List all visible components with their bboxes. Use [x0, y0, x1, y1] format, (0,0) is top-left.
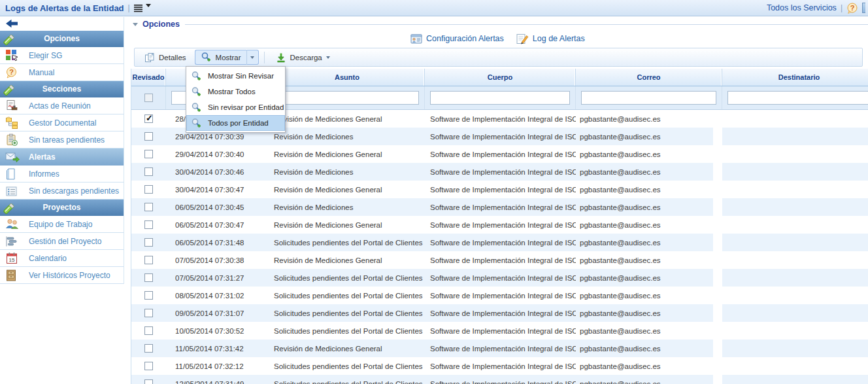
cell-cuerpo: Software de Implementación Integral de I…	[425, 216, 576, 234]
row-checkbox[interactable]	[144, 273, 153, 282]
menu-item-todos-por-entidad[interactable]: Todos por Entidad	[186, 115, 285, 131]
column-header-asunto[interactable]: Asunto	[270, 69, 425, 86]
cell-text: pgbastante@audisec.es	[580, 345, 661, 353]
filter-cuerpo-input[interactable]	[430, 91, 570, 105]
details-button[interactable]: Detalles	[139, 50, 192, 65]
row-checkbox[interactable]	[144, 291, 153, 300]
filter-destinatario-input[interactable]	[727, 91, 868, 105]
sidebar-item-alertas[interactable]: Alertas	[0, 148, 124, 166]
cell-asunto: Revisión de Mediciones General	[270, 216, 425, 234]
collapse-panel-icon[interactable]	[133, 23, 138, 26]
choose-sg-icon	[5, 49, 20, 61]
table-row[interactable]: 08/05/2014 07:31:02Solicitudes pendiente…	[131, 287, 868, 304]
sidebar-item-manual[interactable]: ?Manual	[0, 64, 124, 81]
table-row[interactable]: 07/05/2014 07:31:27Solicitudes pendiente…	[131, 269, 868, 287]
quick-link-configuraci-n-alertas[interactable]: Configuración Alertas	[410, 33, 504, 44]
filter-revisado-checkbox[interactable]	[144, 94, 153, 102]
menu-item-mostrar-todos[interactable]: Mostrar Todos	[186, 84, 285, 99]
row-checkbox[interactable]	[144, 114, 153, 123]
back-arrow-icon[interactable]	[5, 18, 18, 29]
table-row[interactable]: 06/05/2014 07:30:45Revisión de Medicione…	[131, 198, 868, 216]
column-header-revisado[interactable]: Revisado	[131, 69, 166, 86]
row-checkbox[interactable]	[144, 309, 153, 317]
table-row[interactable]: 11/05/2014 07:31:42Revisión de Medicione…	[131, 340, 868, 357]
download-button[interactable]: Descarga	[270, 50, 336, 65]
sidebar-item-gesti-n-del-proyecto[interactable]: Gestión del Proyecto	[0, 233, 124, 250]
sidebar-section-header-proyectos[interactable]: Proyectos	[0, 200, 124, 216]
row-checkbox[interactable]	[144, 238, 153, 247]
cell-asunto: Revisión de Mediciones	[270, 128, 425, 145]
sidebar-item-sin-tareas-pendientes[interactable]: Sin tareas pendientes	[0, 131, 124, 148]
options-panel-title: Opciones	[142, 20, 180, 29]
cell-correo: pgbastante@audisec.es	[576, 357, 713, 375]
table-row[interactable]: 11/05/2014 07:32:12Solicitudes pendiente…	[131, 357, 868, 375]
column-gap	[713, 322, 722, 340]
filter-cell-destinatario	[722, 86, 868, 109]
cell-asunto: Solicitudes pendientes del Portal de Cli…	[270, 304, 425, 322]
cell-correo: pgbastante@audisec.es	[576, 198, 713, 216]
menu-item-sin-revisar-por-entidad[interactable]: Sin revisar por Entidad	[186, 99, 285, 115]
row-checkbox[interactable]	[144, 256, 153, 264]
sidebar-section-header-secciones[interactable]: Secciones	[0, 81, 124, 97]
filter-correo-input[interactable]	[581, 91, 716, 105]
column-header-label: Asunto	[335, 73, 359, 81]
filter-asunto-input[interactable]	[275, 91, 419, 105]
table-row[interactable]: 06/05/2014 07:31:48Solicitudes pendiente…	[131, 234, 868, 251]
row-checkbox[interactable]	[144, 150, 153, 158]
cell-destinatario	[722, 287, 868, 304]
cell-destinatario	[722, 198, 868, 216]
cell-correo: pgbastante@audisec.es	[576, 269, 713, 287]
row-checkbox[interactable]	[144, 220, 153, 229]
sidebar-item-calendario[interactable]: 15Calendario	[0, 250, 124, 267]
alert-log-icon	[516, 33, 529, 45]
cell-destinatario	[722, 357, 868, 375]
column-header-correo[interactable]: Correo	[576, 69, 722, 86]
hamburger-caret-icon[interactable]	[146, 4, 151, 7]
row-checkbox[interactable]	[144, 362, 153, 370]
quick-link-log-de-alertas[interactable]: Log de Alertas	[516, 33, 585, 45]
sidebar-item-gestor-documental[interactable]: Gestor Documental	[0, 114, 124, 131]
sidebar-section-header-opciones[interactable]: Opciones	[0, 31, 124, 47]
sidebar-item-elegir-sg[interactable]: Elegir SG	[0, 47, 124, 64]
table-row[interactable]: 29/04/2014 07:30:40Revisión de Medicione…	[131, 145, 868, 163]
show-menu-arrow-button[interactable]	[247, 50, 259, 65]
cell-text: 12/05/2014 07:31:49	[175, 380, 244, 384]
table-row[interactable]: 30/04/2014 07:30:47Revisión de Medicione…	[131, 181, 868, 198]
grid-toolbar: Detalles Mostrar Descarga	[134, 48, 863, 67]
hamburger-menu-icon[interactable]	[134, 3, 144, 13]
sidebar-item-informes[interactable]: Informes	[0, 166, 124, 183]
cell-cuerpo: Software de Implementación Integral de I…	[425, 110, 576, 128]
show-button[interactable]: Mostrar	[195, 50, 247, 65]
column-header-destinatario[interactable]: Destinatario	[722, 69, 868, 86]
show-menu-item-icon	[191, 86, 202, 97]
sidebar-item-ver-hist-ricos-proyecto[interactable]: Ver Históricos Proyecto	[0, 267, 124, 284]
table-row[interactable]: 12/05/2014 07:31:49Solicitudes pendiente…	[131, 375, 868, 384]
cell-text: 06/05/2014 07:31:48	[175, 239, 244, 247]
table-row[interactable]: 07/05/2014 07:30:38Revisión de Medicione…	[131, 251, 868, 269]
all-services-link[interactable]: Todos los Servicios	[767, 3, 837, 12]
row-checkbox[interactable]	[144, 344, 153, 353]
table-row[interactable]: 30/04/2014 07:30:46Revisión de Medicione…	[131, 163, 868, 181]
row-checkbox[interactable]	[144, 203, 153, 211]
table-row[interactable]: 10/05/2014 07:30:52Solicitudes pendiente…	[131, 322, 868, 340]
menu-item-mostrar-sin-revisar[interactable]: Mostrar Sin Revisar	[186, 68, 285, 84]
column-gap	[713, 269, 722, 287]
section-tag-icon	[2, 31, 17, 46]
table-row[interactable]: 06/05/2014 07:30:47Revisión de Medicione…	[131, 216, 868, 234]
cell-text: Revisión de Mediciones	[274, 133, 353, 141]
sidebar-item-actas-de-reuni-n[interactable]: Actas de Reunión	[0, 97, 124, 114]
cell-revisado	[131, 181, 166, 198]
sidebar: OpcionesElegir SG?ManualSeccionesActas d…	[0, 17, 124, 284]
row-checkbox[interactable]	[144, 326, 153, 335]
sidebar-section-label: Proyectos	[42, 203, 80, 212]
row-checkbox[interactable]	[144, 167, 153, 176]
column-header-cuerpo[interactable]: Cuerpo	[425, 69, 576, 86]
sidebar-item-equipo-de-trabajo[interactable]: Equipo de Trabajo	[0, 216, 124, 233]
table-row[interactable]: 09/05/2014 07:31:07Solicitudes pendiente…	[131, 304, 868, 322]
filter-cell-correo	[576, 86, 722, 109]
sidebar-item-sin-descargas-pendientes[interactable]: Sin descargas pendientes	[0, 183, 124, 200]
row-checkbox[interactable]	[144, 379, 153, 384]
help-bubble-icon[interactable]: ?	[846, 3, 858, 14]
row-checkbox[interactable]	[144, 132, 153, 141]
row-checkbox[interactable]	[144, 185, 153, 194]
